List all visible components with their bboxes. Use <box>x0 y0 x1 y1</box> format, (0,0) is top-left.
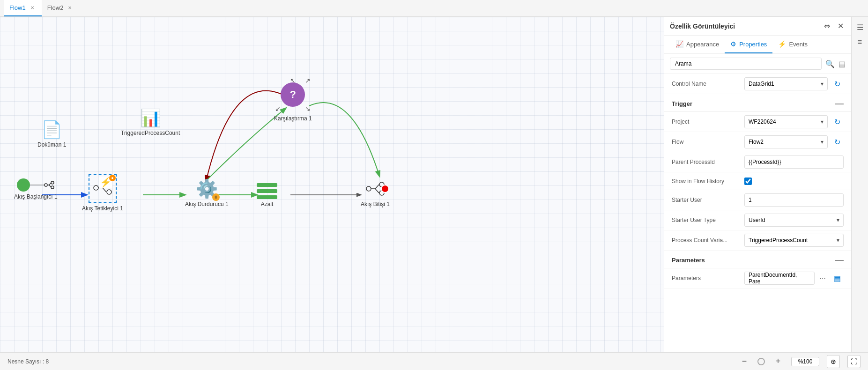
prop-show-history: Show in Flow History <box>664 172 851 190</box>
arrow-up: ↖ <box>290 77 296 84</box>
svg-point-17 <box>366 186 371 191</box>
tab-appearance-label: Appearance <box>686 41 719 48</box>
starter-user-label: Starter User <box>672 197 744 203</box>
tab-events-label: Events <box>789 41 808 48</box>
parameters-layout-btn[interactable]: ▤ <box>831 272 844 285</box>
node-start[interactable]: Akış Başlangıcı 1 <box>14 178 58 200</box>
node-triggered[interactable]: 📊 TriggeredProcessCount <box>121 108 180 136</box>
starter-user-value-wrapper <box>744 193 844 207</box>
starter-user-type-text: UserId <box>749 217 765 223</box>
sidebar-list-icon[interactable]: ≡ <box>853 36 867 49</box>
svg-point-8 <box>51 181 54 184</box>
parent-process-label: Parent ProcessId <box>672 159 744 165</box>
node-reduce[interactable]: Azalt <box>257 183 277 207</box>
process-count-dropdown[interactable]: TriggeredProcessCount ▾ <box>744 234 844 247</box>
search-icon[interactable]: 🔍 <box>825 59 835 68</box>
panel-tabs: 📈 Appearance ⚙ Properties ⚡ Events <box>664 36 851 54</box>
tab-flow2[interactable]: Flow2 ✕ <box>42 0 80 16</box>
events-icon: ⚡ <box>778 40 786 48</box>
canvas-area[interactable]: Akış Başlangıcı 1 ⚡ ● <box>0 17 664 352</box>
flow-label: Flow <box>672 139 744 145</box>
node-end[interactable]: Akış Bitişi 1 <box>361 178 390 207</box>
layout-icon[interactable]: ▤ <box>838 59 846 68</box>
project-refresh[interactable]: ↻ <box>831 115 844 128</box>
node-comparison[interactable]: ? ↖ ↗ ↙ ↘ Karşılaştırma 1 <box>274 82 312 122</box>
status-center: − + ⊕ ⛶ <box>739 355 861 368</box>
parameters-text: ParentDocumentId, Pare <box>749 272 810 285</box>
trigger-badge: ● <box>109 175 116 181</box>
parameters-value-wrapper: ParentDocumentId, Pare ⋯ ▤ <box>744 272 844 285</box>
node-trigger[interactable]: ⚡ ● Akış Tetikleyici 1 <box>82 174 123 212</box>
node-stopper[interactable]: ⚙️ ⏸ Akış Durdurucu 1 <box>185 178 229 207</box>
flow-chevron: ▾ <box>821 139 823 145</box>
node-reduce-label: Azalt <box>261 201 274 207</box>
zoom-circle-handle[interactable] <box>757 358 765 365</box>
svg-point-11 <box>94 185 98 190</box>
parameters-dropdown[interactable]: ParentDocumentId, Pare <box>744 272 815 285</box>
zoom-input[interactable] <box>791 357 819 366</box>
svg-point-16 <box>107 190 111 194</box>
panel-header-icons: ⇔ ✕ <box>822 21 846 31</box>
process-count-value-wrapper: TriggeredProcessCount ▾ <box>744 234 844 247</box>
prop-starter-user: Starter User <box>664 190 851 210</box>
parameters-section-header: Parameters — <box>664 251 851 268</box>
parameters-collapse-btn[interactable]: — <box>835 255 844 265</box>
properties-icon: ⚙ <box>730 40 736 48</box>
prop-flow: Flow Flow2 ▾ ↻ <box>664 132 851 152</box>
end-icon-wrapper <box>365 178 386 199</box>
control-name-dropdown[interactable]: DataGrid1 ▾ <box>744 77 828 90</box>
flow-refresh[interactable]: ↻ <box>831 135 844 148</box>
zoom-minus-button[interactable]: − <box>739 356 750 367</box>
right-sidebar: ☰ ≡ <box>851 17 868 352</box>
tab-properties[interactable]: ⚙ Properties <box>725 36 772 53</box>
arrow-ur: ↗ <box>305 77 311 84</box>
trigger-box: ⚡ ● <box>89 174 117 203</box>
show-history-checkbox[interactable] <box>744 178 752 185</box>
tab-bar: Flow1 ✕ Flow2 ✕ <box>0 0 868 17</box>
panel-close-button[interactable]: ✕ <box>836 21 846 31</box>
comparison-icon-wrapper: ? ↖ ↗ ↙ ↘ <box>281 82 305 107</box>
control-name-refresh[interactable]: ↻ <box>831 77 844 90</box>
sidebar-menu-icon[interactable]: ☰ <box>853 21 867 34</box>
trigger-collapse-btn[interactable]: — <box>835 99 844 109</box>
zoom-plus-button[interactable]: + <box>772 356 784 367</box>
status-bar: Nesne Sayısı : 8 − + ⊕ ⛶ <box>0 352 868 370</box>
panel-pin-button[interactable]: ⇔ <box>822 21 832 31</box>
gear-pause-badge: ⏸ <box>212 193 220 201</box>
node-document[interactable]: 📄 Doküman 1 <box>37 120 66 148</box>
show-history-label: Show in Flow History <box>672 178 744 185</box>
arrow-dl: ↙ <box>275 105 281 112</box>
tab-events[interactable]: ⚡ Events <box>772 36 813 53</box>
project-text: WF220624 <box>749 118 776 125</box>
tab-flow1-close[interactable]: ✕ <box>29 4 36 12</box>
parent-process-input[interactable] <box>744 155 844 169</box>
document-icon: 📄 <box>41 120 62 140</box>
start-circle-icon <box>17 178 30 192</box>
appearance-icon: 📈 <box>675 40 683 48</box>
trigger-section-label: Trigger <box>672 100 692 107</box>
zoom-fit-button[interactable]: ⊕ <box>827 355 840 368</box>
objects-count-wrapper: Nesne Sayısı : 8 <box>7 358 49 365</box>
parameters-label: Parameters <box>672 275 744 281</box>
prop-starter-user-type: Starter User Type UserId ▾ <box>664 210 851 230</box>
starter-user-type-dropdown[interactable]: UserId ▾ <box>744 214 844 227</box>
tab-flow1[interactable]: Flow1 ✕ <box>4 0 42 16</box>
tab-appearance[interactable]: 📈 Appearance <box>670 36 725 53</box>
trigger-inner: ⚡ ● <box>92 178 113 200</box>
panel-content: Control Name DataGrid1 ▾ ↻ Trigger — Pro… <box>664 74 851 352</box>
node-start-label: Akış Başlangıcı 1 <box>14 193 58 200</box>
main-layout: Akış Başlangıcı 1 ⚡ ● <box>0 17 868 352</box>
project-dropdown[interactable]: WF220624 ▾ <box>744 115 828 128</box>
tab-flow2-close[interactable]: ✕ <box>66 4 74 12</box>
node-triggered-label: TriggeredProcessCount <box>121 130 180 136</box>
node-stopper-label: Akış Durdurucu 1 <box>185 201 229 207</box>
search-input[interactable] <box>670 58 822 70</box>
objects-label: Nesne Sayısı : <box>7 358 44 365</box>
svg-line-15 <box>103 188 106 192</box>
zoom-fullscreen-button[interactable]: ⛶ <box>847 355 861 368</box>
control-name-label: Control Name <box>672 81 744 87</box>
flow-dropdown[interactable]: Flow2 ▾ <box>744 135 828 148</box>
parameters-ellipsis-btn[interactable]: ⋯ <box>817 274 828 283</box>
project-label: Project <box>672 118 744 125</box>
starter-user-input[interactable] <box>744 193 844 207</box>
